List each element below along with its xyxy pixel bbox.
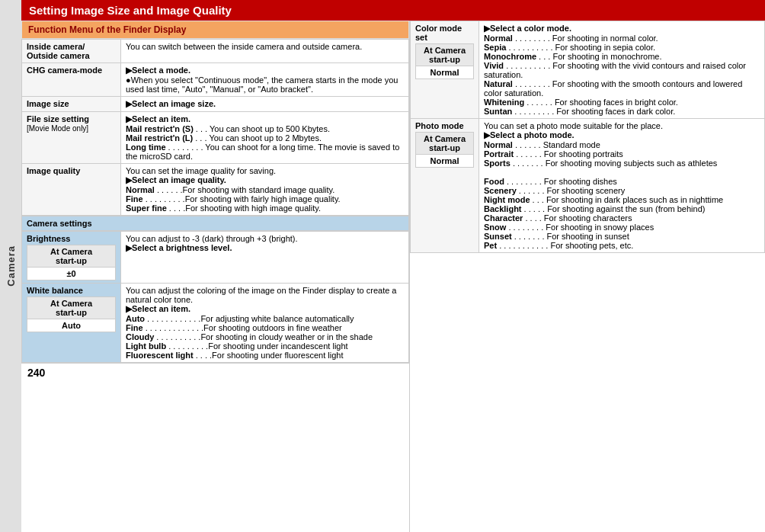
inner-row: At Camerastart-up xyxy=(27,245,116,268)
cm-select: ▶Select a color mode. xyxy=(484,24,571,33)
main-content: Setting Image Size and Image Quality Fun… xyxy=(21,0,765,532)
table-row-brightness: Brightness At Camerastart-up ±0 You can … xyxy=(22,232,409,284)
chg-select-mode: ▶Select a mode. xyxy=(126,66,190,75)
right-row-color-mode: Color mode set At Camerastart-up Normal … xyxy=(411,21,765,119)
quality-super-fine: Super fine . . . .For shooting with high… xyxy=(126,204,321,213)
right-panel: Color mode set At Camerastart-up Normal … xyxy=(410,21,765,532)
cm-sepia: Sepia . . . . . . . . . . For shooting i… xyxy=(484,43,655,52)
table-row: CHG camera-mode ▶Select a mode. ●When yo… xyxy=(22,63,409,97)
wb-select: ▶Select an item. xyxy=(126,304,190,313)
camera-settings-table: Brightness At Camerastart-up ±0 You can … xyxy=(21,231,409,363)
label-white-balance: White balance At Camerastart-up Auto xyxy=(22,284,121,363)
pm-sports: Sports . . . . . . . For shooting moving… xyxy=(484,159,717,168)
cm-at-startup-label: At Camerastart-up xyxy=(416,44,474,66)
pm-pet: Pet . . . . . . . . . . . For shooting p… xyxy=(484,241,633,250)
page-number: 240 xyxy=(21,363,409,382)
brightness-at-startup-label: At Camerastart-up xyxy=(27,245,116,268)
content-inside-camera: You can switch between the inside camera… xyxy=(121,40,409,63)
pm-backlight: Backlight . . . . . For shooting against… xyxy=(484,204,705,213)
pm-character: Character . . . . For shooting character… xyxy=(484,213,632,223)
pm-select: ▶Select a photo mode. xyxy=(484,130,575,139)
pm-food: Food . . . . . . . . For shooting dishes xyxy=(484,177,617,186)
content-chg-camera: ▶Select a mode. ●When you select "Contin… xyxy=(121,63,409,97)
pm-sunset: Sunset . . . . . . . For shooting in sun… xyxy=(484,232,629,241)
quality-fine: Fine . . . . . . . . .For shooting with … xyxy=(126,194,341,204)
wb-fluorescent: Fluorescent light . . . .For shooting un… xyxy=(126,351,344,360)
label-photo-mode: Photo mode At Camerastart-up Normal xyxy=(411,119,479,253)
wb-fine: Fine . . . . . . . . . . . . .For shooti… xyxy=(126,323,342,332)
wb-at-startup-label: At Camerastart-up xyxy=(27,297,116,319)
section-header: Function Menu of the Finder Display xyxy=(21,21,409,39)
pm-scenery: Scenery . . . . . . For shooting scenery xyxy=(484,186,625,195)
label-color-mode: Color mode set At Camerastart-up Normal xyxy=(411,21,479,119)
brightness-inner-table: At Camerastart-up ±0 xyxy=(27,245,116,280)
table-row: Inside camera/Outside camera You can swi… xyxy=(22,40,409,63)
left-table: Inside camera/Outside camera You can swi… xyxy=(21,39,409,216)
content-area: Function Menu of the Finder Display Insi… xyxy=(21,21,765,532)
inner-row: At Camerastart-up xyxy=(27,297,116,319)
content-brightness: You can adjust to -3 (dark) through +3 (… xyxy=(121,232,409,284)
wb-value: Auto xyxy=(27,319,116,332)
label-image-size: Image size xyxy=(22,97,121,112)
pm-normal: Normal . . . . . . Standard mode xyxy=(484,140,600,149)
file-size-item2: Mail restrict'n (L) . . . You can shoot … xyxy=(126,133,322,143)
table-row: Image quality You can set the image qual… xyxy=(22,164,409,216)
label-inside-camera: Inside camera/Outside camera xyxy=(22,40,121,63)
camera-settings-header: Camera settings xyxy=(21,216,409,231)
content-white-balance: You can adjust the coloring of the image… xyxy=(121,284,409,363)
sidebar: Camera xyxy=(0,0,21,532)
inner-row: Auto xyxy=(27,319,116,332)
pm-night: Night mode . . . For shooting in dark pl… xyxy=(484,195,723,204)
content-photo-mode: You can set a photo mode suitable for th… xyxy=(479,119,765,253)
file-size-item3: Long time . . . . . . . . You can shoot … xyxy=(126,143,399,161)
label-brightness: Brightness At Camerastart-up ±0 xyxy=(22,232,121,284)
cm-vivid: Vivid . . . . . . . . . . For shooting w… xyxy=(484,61,746,79)
brightness-select: ▶Select a brightness level. xyxy=(126,243,232,252)
cm-natural: Natural . . . . . . . . For shooting wit… xyxy=(484,79,742,98)
cm-normal: Normal . . . . . . . . For shooting in n… xyxy=(484,34,658,43)
white-balance-inner-table: At Camerastart-up Auto xyxy=(27,296,116,332)
label-image-quality: Image quality xyxy=(22,164,121,216)
wb-cloudy: Cloudy . . . . . . . . . .For shooting i… xyxy=(126,332,373,341)
quality-normal: Normal . . . . . .For shooting with stan… xyxy=(126,185,334,194)
brightness-value: ±0 xyxy=(27,268,116,280)
image-size-select: ▶Select an image size. xyxy=(126,99,216,108)
content-file-size: ▶Select an item. Mail restrict'n (S) . .… xyxy=(121,112,409,164)
file-size-select: ▶Select an item. xyxy=(126,114,190,123)
wb-light-bulb: Light bulb . . . . . . . . .For shooting… xyxy=(126,341,348,351)
pm-value: Normal xyxy=(416,155,474,168)
table-row: Image size ▶Select an image size. xyxy=(22,97,409,112)
left-panel: Function Menu of the Finder Display Insi… xyxy=(21,21,410,532)
inner-row: ±0 xyxy=(27,268,116,280)
page-title: Setting Image Size and Image Quality xyxy=(21,0,765,21)
pm-portrait: Portrait . . . . . . For shooting portra… xyxy=(484,149,623,159)
file-size-item1: Mail restrict'n (S) . . . You can shoot … xyxy=(126,124,330,133)
pm-snow: Snow . . . . . . . . For shooting in sno… xyxy=(484,223,654,232)
color-mode-inner: At Camerastart-up Normal xyxy=(415,43,474,79)
inner-row: At Camerastart-up xyxy=(416,44,474,66)
photo-mode-inner: At Camerastart-up Normal xyxy=(415,132,474,168)
cm-whitening: Whitening . . . . . . For shooting faces… xyxy=(484,98,678,107)
content-image-quality: You can set the image quality for saving… xyxy=(121,164,409,216)
pm-at-startup-label: At Camerastart-up xyxy=(416,133,474,155)
inner-row: At Camerastart-up xyxy=(416,133,474,155)
cm-monochrome: Monochrome . . . For shooting in monochr… xyxy=(484,52,662,61)
right-row-photo-mode: Photo mode At Camerastart-up Normal You … xyxy=(411,119,765,253)
cm-suntan: Suntan . . . . . . . . . For shooting fa… xyxy=(484,107,675,116)
cm-value: Normal xyxy=(416,66,474,79)
table-row: File size setting[Movie Mode only] ▶Sele… xyxy=(22,112,409,164)
content-image-size: ▶Select an image size. xyxy=(121,97,409,112)
inner-row: Normal xyxy=(416,66,474,79)
image-quality-select: ▶Select an image quality. xyxy=(126,175,226,184)
inner-row: Normal xyxy=(416,155,474,168)
sidebar-label: Camera xyxy=(5,245,17,287)
content-color-mode: ▶Select a color mode. Normal . . . . . .… xyxy=(479,21,765,119)
label-file-size: File size setting[Movie Mode only] xyxy=(22,112,121,164)
label-chg-camera: CHG camera-mode xyxy=(22,63,121,97)
wb-auto: Auto . . . . . . . . . . . .For adjustin… xyxy=(126,314,354,323)
table-row-white-balance: White balance At Camerastart-up Auto You… xyxy=(22,284,409,363)
right-table: Color mode set At Camerastart-up Normal … xyxy=(410,21,765,253)
